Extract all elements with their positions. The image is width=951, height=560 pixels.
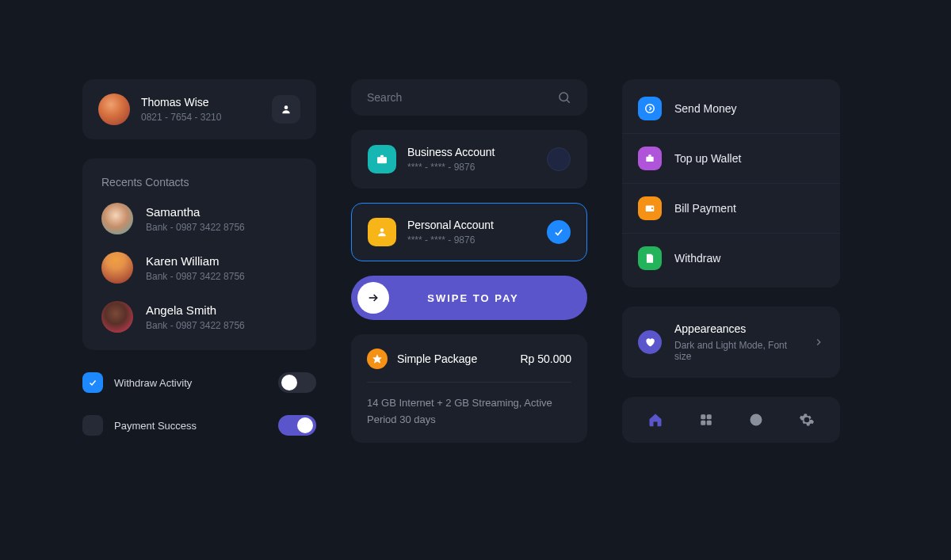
check-icon [88,378,97,387]
search-icon [557,90,571,105]
user-icon [281,104,292,115]
search-placeholder: Search [367,91,557,104]
profile-card: Thomas Wise 0821 - 7654 - 3210 [82,79,316,139]
contact-detail: Bank - 0987 3422 8756 [146,320,245,331]
contact-detail: Bank - 0987 3422 8756 [146,222,245,233]
menu-label: Top up Wallet [674,152,741,165]
withdraw-checkbox[interactable] [82,372,103,393]
svg-rect-14 [706,421,711,425]
payment-success-row: Payment Success [82,415,316,436]
contact-name: Angela Smith [146,303,245,317]
account-radio[interactable] [547,220,571,244]
arrow-right-icon [367,291,380,304]
briefcase-icon [368,145,396,173]
menu-bill-payment[interactable]: Bill Payment [622,184,840,234]
contact-avatar [101,252,133,284]
account-name: Personal Account [407,219,536,231]
contact-item[interactable]: Samantha Bank - 0987 3422 8756 [101,203,297,234]
svg-point-10 [651,208,653,209]
account-name: Business Account [407,146,536,158]
svg-rect-13 [701,421,705,425]
pie-chart-icon [749,413,763,427]
withdraw-icon [638,246,662,270]
profile-name: Thomas Wise [141,96,261,109]
account-masked: **** - **** - 9876 [407,234,536,246]
recent-contacts-card: Recents Contacts Samantha Bank - 0987 34… [82,158,316,350]
bill-icon [638,196,662,220]
grid-icon [699,413,713,427]
swipe-label: SWIPE TO PAY [389,292,581,304]
swipe-handle[interactable] [357,282,389,314]
menu-label: Send Money [674,102,737,115]
package-name: Simple Package [397,352,510,365]
wallet-icon [638,147,662,170]
appearances-subtitle: Dark and Light Mode, Font size [674,340,800,362]
chevron-right-icon [813,337,824,348]
menu-send-money[interactable]: Send Money [622,84,840,134]
svg-point-1 [560,93,568,101]
home-icon [647,412,663,428]
menu-label: Withdraw [674,252,720,265]
nav-stats[interactable] [747,411,765,429]
nav-settings[interactable] [798,411,815,429]
appearances-card[interactable]: Appeareances Dark and Light Mode, Font s… [622,307,840,378]
contact-avatar [101,301,133,333]
profile-avatar [98,93,130,125]
svg-point-4 [380,228,384,232]
action-menu: Send Money Top up Wallet Bill Payment Wi… [622,79,840,288]
contact-name: Karen William [146,254,245,268]
search-input[interactable]: Search [351,79,587,116]
payment-label: Payment Success [114,420,267,432]
svg-line-2 [567,100,570,103]
account-personal[interactable]: Personal Account **** - **** - 9876 [351,203,587,261]
check-icon [553,227,564,238]
contact-detail: Bank - 0987 3422 8756 [146,271,245,282]
package-description: 14 GB Internet + 2 GB Streaming, Active … [367,395,571,429]
swipe-to-pay-button[interactable]: SWIPE TO PAY [351,276,587,320]
recents-title: Recents Contacts [101,176,297,189]
account-radio[interactable] [547,147,571,171]
withdraw-toggle[interactable] [278,372,316,393]
svg-rect-12 [706,414,711,419]
package-card: Simple Package Rp 50.000 14 GB Internet … [351,334,587,443]
svg-marker-6 [372,354,382,364]
menu-withdraw[interactable]: Withdraw [622,234,840,283]
contact-name: Samantha [146,205,245,219]
svg-rect-8 [646,157,653,162]
payment-toggle[interactable] [278,415,316,436]
package-price: Rp 50.000 [520,352,571,365]
nav-apps[interactable] [697,411,715,429]
star-icon [367,349,388,369]
bottom-nav [622,397,840,443]
send-icon [638,97,662,120]
menu-topup-wallet[interactable]: Top up Wallet [622,134,840,184]
svg-point-7 [646,105,655,113]
svg-rect-11 [701,414,705,419]
nav-home[interactable] [647,411,664,429]
contact-item[interactable]: Angela Smith Bank - 0987 3422 8756 [101,301,297,333]
profile-button[interactable] [272,95,300,124]
payment-checkbox[interactable] [82,415,103,436]
withdraw-label: Withdraw Activity [114,377,267,389]
svg-point-0 [285,105,288,109]
gear-icon [799,412,815,428]
profile-phone: 0821 - 7654 - 3210 [141,112,261,123]
contact-item[interactable]: Karen William Bank - 0987 3422 8756 [101,252,297,284]
account-business[interactable]: Business Account **** - **** - 9876 [351,130,587,189]
appearances-title: Appeareances [674,322,800,335]
person-icon [368,218,396,246]
menu-label: Bill Payment [674,202,736,215]
svg-rect-3 [377,157,387,163]
heart-icon [638,330,662,354]
account-masked: **** - **** - 9876 [407,162,536,173]
contact-avatar [101,203,133,234]
withdraw-activity-row: Withdraw Activity [82,372,316,393]
